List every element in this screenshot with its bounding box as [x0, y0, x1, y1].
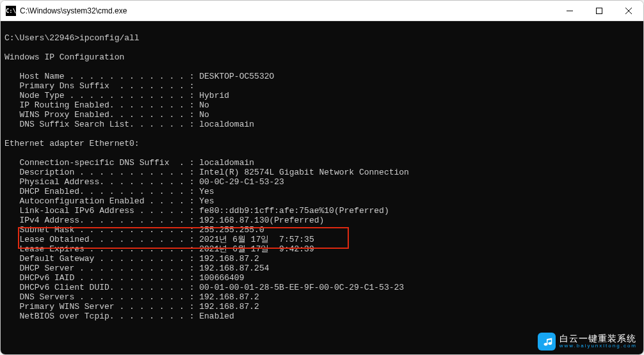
cfg-value: Yes	[199, 187, 214, 196]
cfg-label: DNS Servers . . . . . . . . . . . :	[19, 292, 194, 302]
cfg-value: Yes	[199, 196, 214, 206]
cfg-label: DHCPv6 Client DUID. . . . . . . . :	[19, 283, 194, 292]
cfg-label: Host Name . . . . . . . . . . . . :	[19, 72, 194, 81]
prompt-path: C:\Users\22946>	[4, 33, 79, 43]
cfg-label: Subnet Mask . . . . . . . . . . . :	[19, 225, 194, 235]
watermark: 白云一键重装系统 www.baiyunxitong.com	[538, 333, 637, 351]
cfg-label: Primary Dns Suffix . . . . . . . :	[19, 81, 194, 91]
cfg-label: Node Type . . . . . . . . . . . . :	[19, 91, 194, 100]
cfg-label: Primary WINS Server . . . . . . . :	[19, 302, 194, 312]
cfg-value: 100666409	[199, 273, 244, 283]
prompt-command: ipconfig/all	[79, 33, 140, 43]
cfg-label: Physical Address. . . . . . . . . :	[19, 177, 194, 187]
cfg-value: localdomain	[199, 158, 254, 168]
cfg-value: 255.255.255.0	[199, 225, 264, 235]
cfg-value: localdomain	[199, 120, 254, 129]
svg-rect-1	[597, 8, 602, 13]
minimize-button[interactable]	[555, 1, 584, 20]
cfg-label: IP Routing Enabled. . . . . . . . :	[19, 100, 194, 110]
cfg-value: 192.168.87.130(Preferred)	[199, 216, 324, 225]
cfg-value: 2021년 6월 17일 7:57:35	[199, 235, 314, 244]
cfg-label: DHCP Enabled. . . . . . . . . . . :	[19, 187, 194, 196]
cfg-value: 2021년 6월 17일 9:42:39	[199, 244, 314, 254]
cfg-value: No	[199, 110, 209, 120]
cfg-label: Lease Obtained. . . . . . . . . . :	[19, 235, 194, 244]
cmd-icon: C:\	[6, 6, 16, 16]
window-title: C:\Windows\system32\cmd.exe	[20, 6, 127, 15]
cfg-value: Enabled	[199, 312, 234, 321]
cfg-label: Connection-specific DNS Suffix . :	[19, 158, 194, 168]
cfg-value: 192.168.87.2	[199, 254, 259, 264]
cfg-label: DNS Suffix Search List. . . . . . :	[19, 120, 194, 129]
cfg-label: Autoconfiguration Enabled . . . . :	[19, 196, 194, 206]
cfg-label: Link-local IPv6 Address . . . . . :	[19, 206, 194, 216]
cfg-value: Hybrid	[199, 91, 229, 100]
titlebar[interactable]: C:\ C:\Windows\system32\cmd.exe	[1, 1, 643, 21]
cfg-value: 00-01-00-01-28-5B-EE-9F-00-0C-29-C1-53-2…	[199, 283, 404, 292]
cfg-value: 192.168.87.254	[199, 264, 269, 273]
cfg-label: WINS Proxy Enabled. . . . . . . . :	[19, 110, 194, 120]
cfg-value: 00-0C-29-C1-53-23	[199, 177, 284, 187]
cfg-value: Intel(R) 82574L Gigabit Network Connecti…	[199, 168, 409, 177]
cfg-label: Default Gateway . . . . . . . . . :	[19, 254, 194, 264]
cmd-window: C:\ C:\Windows\system32\cmd.exe C:\Users…	[0, 0, 644, 355]
cfg-value: DESKTOP-OC5532O	[199, 72, 274, 81]
cfg-label: IPv4 Address. . . . . . . . . . . :	[19, 216, 194, 225]
cfg-label: DHCPv6 IAID . . . . . . . . . . . :	[19, 273, 194, 283]
cfg-value: 192.168.87.2	[199, 302, 259, 312]
cfg-value: No	[199, 100, 209, 110]
cfg-value: 192.168.87.2	[199, 292, 259, 302]
terminal-output[interactable]: C:\Users\22946>ipconfig/all Windows IP C…	[1, 21, 643, 354]
cfg-label: DHCP Server . . . . . . . . . . . :	[19, 264, 194, 273]
window-controls	[555, 1, 643, 20]
cfg-label: Description . . . . . . . . . . . :	[19, 168, 194, 177]
adapter-header: Ethernet adapter Ethernet0:	[4, 139, 140, 148]
cfg-value: fe80::ddb9:1cff:afe:75ae%10(Preferred)	[199, 206, 389, 216]
cfg-label: Lease Expires . . . . . . . . . . :	[19, 244, 194, 254]
close-button[interactable]	[614, 1, 643, 20]
cfg-label: NetBIOS over Tcpip. . . . . . . . :	[19, 312, 194, 321]
watermark-title: 白云一键重装系统	[559, 334, 637, 343]
maximize-button[interactable]	[584, 1, 614, 20]
watermark-logo-icon	[538, 333, 556, 351]
watermark-url: www.baiyunxitong.com	[559, 343, 637, 349]
section-header: Windows IP Configuration	[4, 52, 124, 62]
